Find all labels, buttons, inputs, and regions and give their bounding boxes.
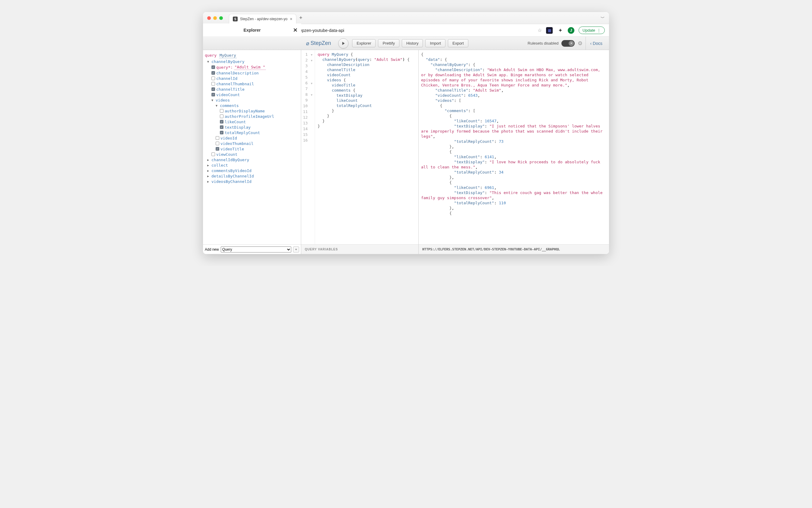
maximize-window-button[interactable] <box>219 16 223 20</box>
checkbox-icon <box>220 120 223 124</box>
checkbox-icon <box>212 87 215 91</box>
tree-videoId[interactable]: videoId <box>205 135 299 141</box>
checkbox-icon <box>212 66 215 69</box>
tree-collect[interactable]: ▶collect <box>205 162 299 168</box>
profile-avatar[interactable]: J <box>568 27 574 34</box>
add-new-button[interactable]: + <box>293 247 299 253</box>
checkbox-icon <box>220 109 223 113</box>
settings-gear-icon[interactable]: ⚙ <box>578 40 583 47</box>
docs-button[interactable]: ‹ Docs <box>586 37 606 50</box>
stepzen-logo-icon: ⌀ <box>306 40 309 47</box>
tree-channelTitle[interactable]: channelTitle <box>205 86 299 92</box>
titlebar: S StepZen - api/dev-stepzen-yo × + ﹀ <box>203 12 609 24</box>
checkbox-icon <box>220 125 223 129</box>
checkbox-icon <box>212 153 215 156</box>
app-toolbar: Explorer ✕ ⌀ StepZen Explorer Prettify H… <box>203 37 609 50</box>
tree-textDisplay[interactable]: textDisplay <box>205 124 299 130</box>
prettify-button[interactable]: Prettify <box>378 39 399 47</box>
close-explorer-icon[interactable]: ✕ <box>293 27 298 34</box>
explorer-sidebar: query MyQuery ▼channelByQuery query*: "A… <box>203 50 301 254</box>
extensions-menu-icon[interactable]: ✦ <box>557 27 563 34</box>
query-arg-input[interactable]: "Adult Swim " <box>234 65 266 70</box>
tree-videoTitle[interactable]: videoTitle <box>205 146 299 152</box>
tree-likeCount[interactable]: likeCount <box>205 119 299 124</box>
checkbox-icon <box>220 115 223 118</box>
tree-authorDisplayName[interactable]: authorDisplayName <box>205 108 299 114</box>
tab-overflow-icon[interactable]: ﹀ <box>600 15 605 21</box>
browser-tab[interactable]: S StepZen - api/dev-stepzen-yo × <box>229 14 297 24</box>
results-viewer[interactable]: { "data": { "channelByQuery": { "channel… <box>419 50 609 244</box>
chevron-left-icon: ‹ <box>590 41 591 46</box>
tree-viewCount[interactable]: viewCount <box>205 152 299 157</box>
minimize-window-button[interactable] <box>213 16 217 20</box>
checkbox-icon <box>212 71 215 75</box>
checkbox-icon <box>216 147 219 151</box>
content-area: query MyQuery ▼channelByQuery query*: "A… <box>203 50 609 254</box>
tree-query-arg[interactable]: query*: "Adult Swim " <box>205 64 299 70</box>
close-icon: ✕ <box>569 41 574 46</box>
query-name-input[interactable]: MyQuery <box>219 53 237 58</box>
add-new-select[interactable]: Query <box>221 247 291 253</box>
rulesets-toggle[interactable]: ✕ <box>561 40 575 47</box>
results-pane: { "data": { "channelByQuery": { "channel… <box>419 50 609 254</box>
run-query-button[interactable] <box>338 38 349 48</box>
query-editor[interactable]: 1 ▼2 ▼3 4 5 6 ▼7 8 ▼9 10 11 12 13 14 15 … <box>301 50 418 244</box>
tree-channelDescription[interactable]: channelDescription <box>205 70 299 76</box>
explorer-button[interactable]: Explorer <box>352 39 375 47</box>
explorer-header: Explorer ✕ <box>203 24 301 37</box>
explorer-footer: Add new Query + <box>203 244 301 254</box>
tree-videoCount[interactable]: videoCount <box>205 92 299 97</box>
query-editor-pane: 1 ▼2 ▼3 4 5 6 ▼7 8 ▼9 10 11 12 13 14 15 … <box>301 50 419 254</box>
tree-detailsByChannelId[interactable]: ▶detailsByChannelId <box>205 173 299 179</box>
tree-videosByChannelId[interactable]: ▶videosByChannelId <box>205 179 299 184</box>
tree-channelId[interactable]: channelId <box>205 76 299 81</box>
tree-commentsByVideoId[interactable]: ▶commentsByVideoId <box>205 168 299 173</box>
checkbox-icon <box>216 136 219 140</box>
tree-totalReplyCount[interactable]: totalReplyCount <box>205 130 299 135</box>
line-gutter: 1 ▼2 ▼3 4 5 6 ▼7 8 ▼9 10 11 12 13 14 15 … <box>301 50 315 244</box>
history-button[interactable]: History <box>402 39 423 47</box>
favicon-icon: S <box>233 16 238 22</box>
bookmark-icon[interactable]: ☆ <box>538 28 542 33</box>
tree-comments[interactable]: ▼comments <box>205 103 299 108</box>
checkbox-icon <box>212 93 215 96</box>
traffic-lights <box>207 16 223 20</box>
explorer-tree[interactable]: query MyQuery ▼channelByQuery query*: "A… <box>203 50 301 244</box>
export-button[interactable]: Export <box>448 39 468 47</box>
tree-channelByQuery[interactable]: ▼channelByQuery <box>205 59 299 64</box>
add-new-label: Add new <box>205 247 219 252</box>
checkbox-icon <box>212 82 215 86</box>
tree-videos[interactable]: ▼videos <box>205 97 299 103</box>
checkbox-icon <box>212 77 215 80</box>
import-button[interactable]: Import <box>425 39 445 47</box>
extension-icon[interactable]: ▦ <box>546 27 553 34</box>
checkbox-icon <box>216 141 219 145</box>
stepzen-logo: ⌀ StepZen <box>306 40 331 47</box>
close-window-button[interactable] <box>207 16 211 20</box>
tree-videoThumbnail[interactable]: videoThumbnail <box>205 141 299 146</box>
tree-authorProfileImageUrl[interactable]: authorProfileImageUrl <box>205 114 299 119</box>
checkbox-icon <box>220 131 223 134</box>
update-button[interactable]: Update⋮ <box>579 27 605 34</box>
new-tab-button[interactable]: + <box>300 15 303 21</box>
results-footer: https://elfers.stepzen.net/api/dev-stepz… <box>419 244 609 254</box>
close-tab-icon[interactable]: × <box>290 16 292 22</box>
tree-channelThumbnail[interactable]: channelThumbnail <box>205 81 299 86</box>
tab-title: StepZen - api/dev-stepzen-yo <box>240 17 287 21</box>
query-variables-header[interactable]: Query Variables <box>301 244 418 254</box>
code-content[interactable]: query MyQuery { channelByQuery(query: "A… <box>315 50 412 244</box>
tree-channelIdByQuery[interactable]: ▶channelIdByQuery <box>205 157 299 162</box>
browser-window: S StepZen - api/dev-stepzen-yo × + ﹀ ← →… <box>203 12 609 254</box>
rulesets-label: Rulesets disabled <box>528 41 559 45</box>
